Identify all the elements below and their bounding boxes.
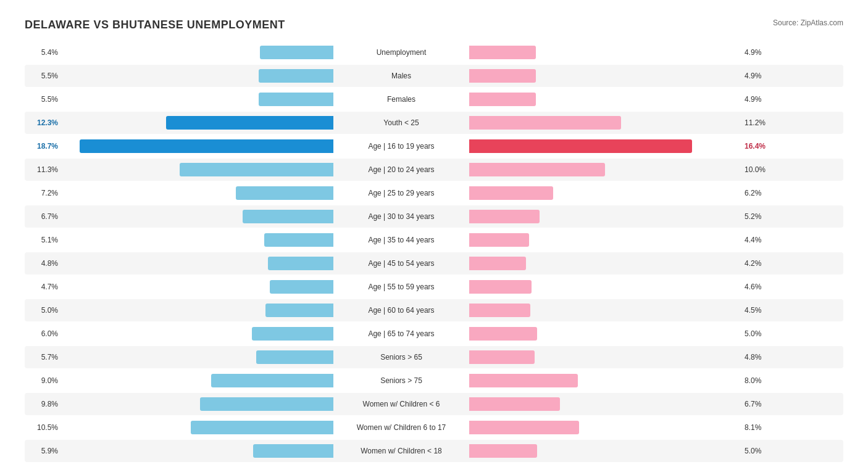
- left-bar-container: [62, 186, 333, 200]
- right-value: 6.2%: [741, 189, 778, 197]
- chart-header: DELAWARE VS BHUTANESE UNEMPLOYMENT Sourc…: [25, 19, 843, 31]
- chart-row: 4.7% Age | 55 to 59 years 4.6%: [25, 276, 843, 298]
- right-bar: [469, 397, 560, 411]
- right-value: 4.8%: [741, 353, 778, 362]
- chart-title: DELAWARE VS BHUTANESE UNEMPLOYMENT: [25, 19, 285, 31]
- right-bar-container: [469, 233, 741, 247]
- right-bar: [469, 257, 526, 270]
- left-bar-container: [62, 257, 333, 270]
- left-bar: [236, 186, 333, 200]
- right-value: 4.2%: [741, 259, 778, 268]
- right-bar-container: [469, 163, 741, 176]
- right-bar-container: [469, 257, 741, 270]
- left-bar: [80, 139, 333, 153]
- row-label: Age | 55 to 59 years: [333, 283, 469, 291]
- row-label: Age | 16 to 19 years: [333, 142, 469, 151]
- chart-row: 9.8% Women w/ Children < 6 6.7%: [25, 393, 843, 415]
- right-bar: [469, 280, 532, 294]
- chart-row: 5.7% Seniors > 65 4.8%: [25, 346, 843, 368]
- right-bar-container: [469, 139, 741, 153]
- chart-container: DELAWARE VS BHUTANESE UNEMPLOYMENT Sourc…: [12, 12, 856, 467]
- left-bar: [166, 116, 333, 130]
- right-value: 8.1%: [741, 423, 778, 432]
- row-label: Youth < 25: [333, 118, 469, 127]
- chart-row: 11.3% Age | 20 to 24 years 10.0%: [25, 159, 843, 181]
- right-bar: [469, 304, 530, 317]
- row-label: Women w/ Children 6 to 17: [333, 423, 469, 432]
- right-bar: [469, 210, 540, 223]
- row-label: Seniors > 65: [333, 353, 469, 362]
- chart-area: 5.4% Unemployment 4.9% 5.5% Males 4.9% 5…: [25, 41, 843, 462]
- left-bar-container: [62, 327, 333, 341]
- chart-row: 18.7% Age | 16 to 19 years 16.4%: [25, 135, 843, 157]
- right-bar-container: [469, 304, 741, 317]
- left-bar-container: [62, 116, 333, 130]
- row-label: Males: [333, 72, 469, 80]
- right-bar: [469, 139, 692, 153]
- right-value: 11.2%: [741, 118, 778, 127]
- row-label: Age | 65 to 74 years: [333, 329, 469, 338]
- right-value: 4.5%: [741, 306, 778, 315]
- row-label: Age | 30 to 34 years: [333, 212, 469, 221]
- left-value: 11.3%: [25, 165, 62, 174]
- right-bar: [469, 163, 605, 176]
- right-value: 6.7%: [741, 400, 778, 408]
- right-bar: [469, 46, 536, 59]
- right-bar: [469, 116, 621, 130]
- row-label: Seniors > 75: [333, 376, 469, 385]
- right-bar-container: [469, 397, 741, 411]
- left-bar-container: [62, 163, 333, 176]
- chart-row: 5.5% Females 4.9%: [25, 88, 843, 110]
- chart-source: Source: ZipAtlas.com: [773, 19, 843, 27]
- right-bar: [469, 69, 536, 83]
- left-value: 5.5%: [25, 72, 62, 80]
- left-bar-container: [62, 304, 333, 317]
- left-bar: [268, 257, 333, 270]
- left-bar: [259, 93, 333, 106]
- right-bar-container: [469, 421, 741, 434]
- chart-row: 7.2% Age | 25 to 29 years 6.2%: [25, 182, 843, 204]
- chart-row: 10.5% Women w/ Children 6 to 17 8.1%: [25, 416, 843, 439]
- left-value: 6.0%: [25, 329, 62, 338]
- left-bar-container: [62, 397, 333, 411]
- chart-row: 5.9% Women w/ Children < 18 5.0%: [25, 440, 843, 462]
- left-value: 9.8%: [25, 400, 62, 408]
- right-bar: [469, 374, 578, 387]
- right-bar: [469, 421, 579, 434]
- left-value: 5.1%: [25, 236, 62, 244]
- right-bar: [469, 93, 536, 106]
- left-value: 18.7%: [25, 142, 62, 151]
- left-bar: [252, 327, 333, 341]
- left-value: 6.7%: [25, 212, 62, 221]
- right-value: 4.6%: [741, 283, 778, 291]
- chart-row: 5.4% Unemployment 4.9%: [25, 41, 843, 64]
- left-value: 5.9%: [25, 447, 62, 455]
- chart-row: 5.5% Males 4.9%: [25, 65, 843, 87]
- left-value: 5.7%: [25, 353, 62, 362]
- left-bar-container: [62, 421, 333, 434]
- right-bar-container: [469, 374, 741, 387]
- left-bar-container: [62, 46, 333, 59]
- right-bar-container: [469, 69, 741, 83]
- left-bar-container: [62, 93, 333, 106]
- left-bar: [211, 374, 333, 387]
- right-value: 16.4%: [741, 142, 778, 151]
- left-bar-container: [62, 69, 333, 83]
- row-label: Age | 60 to 64 years: [333, 306, 469, 315]
- right-bar: [469, 327, 537, 341]
- left-bar-container: [62, 444, 333, 458]
- left-bar-container: [62, 139, 333, 153]
- right-bar-container: [469, 210, 741, 223]
- row-label: Females: [333, 95, 469, 104]
- right-bar-container: [469, 350, 741, 364]
- right-value: 5.2%: [741, 212, 778, 221]
- chart-row: 6.7% Age | 30 to 34 years 5.2%: [25, 205, 843, 228]
- left-bar: [200, 397, 333, 411]
- left-value: 10.5%: [25, 423, 62, 432]
- left-value: 9.0%: [25, 376, 62, 385]
- right-bar-container: [469, 327, 741, 341]
- row-label: Women w/ Children < 6: [333, 400, 469, 408]
- left-bar: [265, 304, 333, 317]
- right-value: 5.0%: [741, 447, 778, 455]
- left-value: 5.4%: [25, 48, 62, 57]
